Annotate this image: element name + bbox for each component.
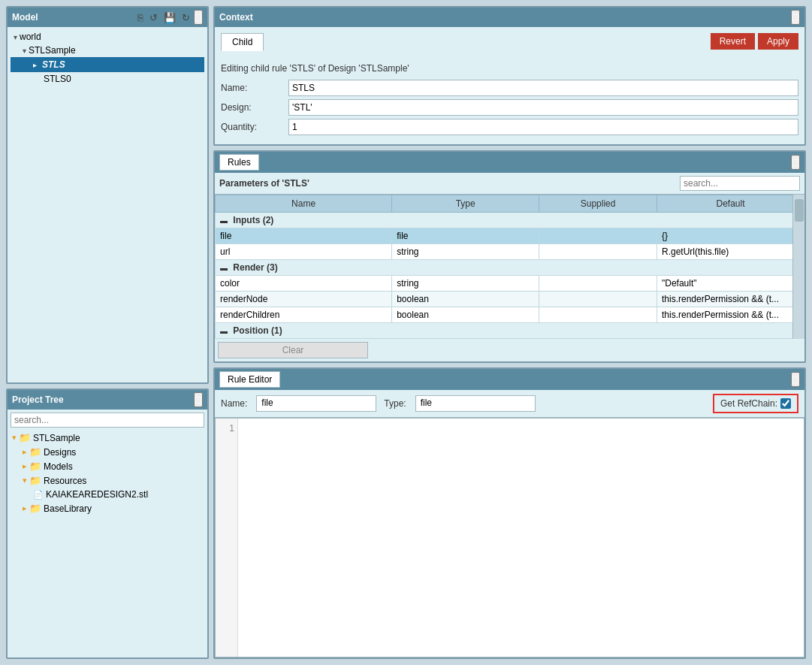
scrollbar[interactable] [792,195,804,339]
editing-label: Editing child rule 'STLS' of Design 'STL… [221,63,798,74]
design-row: Design: [221,99,798,116]
row-name: url [216,244,392,260]
get-refchain-container: Get RefChain: [713,394,798,413]
context-title: Context [219,12,253,23]
get-refchain-checkbox[interactable] [780,398,791,409]
row-supplied [539,228,657,244]
tree-label-stls0: STLS0 [44,74,71,84]
project-label-designs: Designs [44,447,76,458]
row-name: renderNode [216,292,392,307]
clear-button[interactable]: Clear [218,342,368,358]
project-tree-title: Project Tree [12,394,64,405]
row-name: color [216,276,392,292]
group-render[interactable]: ▬ Render (3) [216,260,804,276]
rule-editor-tab[interactable]: Rule Editor [219,371,280,388]
row-default: this.renderPermission && (t... [657,292,804,307]
project-item-baselibrary[interactable]: ▸ 📁 BaseLibrary [11,501,204,515]
col-supplied: Supplied [539,195,657,213]
project-label-models: Models [44,461,73,472]
row-supplied [539,276,657,292]
get-refchain-label: Get RefChain: [720,398,777,409]
design-label: Design: [221,102,288,113]
col-name: Name [216,195,392,213]
rules-tab[interactable]: Rules [219,154,259,171]
name-row: Name: [221,80,798,96]
col-default: Default [657,195,804,213]
parameters-title: Parameters of 'STLS' [219,178,309,189]
tree-label-stls: STLS [39,59,68,71]
line-number-1: 1 [219,423,234,434]
quantity-row: Quantity: [221,119,798,135]
rule-name-label: Name: [221,398,247,409]
project-tree-close[interactable]: □ [194,392,203,407]
model-panel-header: Model ⎘ ↺ 💾 ↻ □ [8,8,207,27]
project-item-resources[interactable]: ▾ 📁 Resources [11,473,204,488]
row-default: {} [657,228,804,244]
tree-item-stls[interactable]: ▸ STLS [11,57,204,72]
model-panel-close[interactable]: □ [194,10,203,25]
design-input[interactable] [288,99,798,116]
row-default: R.getUrl(this.file) [657,244,804,260]
row-type: string [392,244,539,260]
project-tree-header: Project Tree □ [8,390,207,410]
tree-item-stlsample[interactable]: ▾ STLSample [11,44,204,57]
tree-label-stlsample: STLSample [29,45,76,56]
row-default: this.renderPermission && (t... [657,307,804,323]
group-position[interactable]: ▬ Position (1) [216,323,804,339]
row-supplied [539,244,657,260]
model-panel-title: Model [12,12,38,23]
rule-editor-close[interactable]: □ [791,372,800,387]
project-item-kaiak[interactable]: 📄 KAIAKEAREDESIGN2.stl [11,488,204,501]
table-row[interactable]: renderChildren boolean this.renderPermis… [216,307,804,323]
quantity-input[interactable] [288,119,798,135]
row-type: boolean [392,307,539,323]
row-supplied [539,307,657,323]
row-default: "Default" [657,276,804,292]
save-toolbar-btn[interactable]: 💾 [161,10,178,25]
rules-close[interactable]: □ [791,155,800,170]
rule-type-label: Type: [384,398,406,409]
row-type: boolean [392,292,539,307]
row-type: string [392,276,539,292]
rules-search-input[interactable] [680,176,800,191]
table-row[interactable]: renderNode boolean this.renderPermission… [216,292,804,307]
refresh-toolbar-btn[interactable]: ↻ [180,10,192,25]
project-label-resources: Resources [44,476,86,486]
row-supplied [539,292,657,307]
name-label: Name: [221,83,288,93]
project-label-kaiak: KAIAKEAREDESIGN2.stl [46,489,148,500]
project-item-designs[interactable]: ▸ 📁 Designs [11,445,204,459]
rules-header: Rules □ [215,152,804,173]
tree-item-world[interactable]: ▾ world [11,30,204,44]
code-editor[interactable] [238,419,804,657]
name-input[interactable] [288,80,798,96]
col-type: Type [392,195,539,213]
table-row[interactable]: url string R.getUrl(this.file) [216,244,804,260]
tree-item-stls0[interactable]: STLS0 [11,72,204,86]
apply-button[interactable]: Apply [758,33,798,50]
project-label-baselibrary: BaseLibrary [44,503,92,514]
project-search-input[interactable] [11,413,204,428]
tree-label-world: world [20,32,41,42]
rule-editor-header: Rule Editor □ [215,369,804,390]
project-label-stlsample: STLSample [33,433,80,443]
table-row[interactable]: color string "Default" [216,276,804,292]
undo-toolbar-btn[interactable]: ↺ [147,10,160,25]
table-row[interactable]: file file {} [216,228,804,244]
child-tab[interactable]: Child [221,33,264,51]
row-type: file [392,228,539,244]
copy-toolbar-btn[interactable]: ⎘ [135,10,146,25]
context-close[interactable]: □ [791,10,800,25]
revert-button[interactable]: Revert [711,33,755,50]
project-item-models[interactable]: ▸ 📁 Models [11,459,204,473]
project-item-stlsample[interactable]: ▾ 📁 STLSample [11,431,204,445]
rule-type-value: file [415,395,536,412]
group-inputs[interactable]: ▬ Inputs (2) [216,213,804,228]
row-name: file [216,228,392,244]
rule-name-value: file [256,395,376,412]
line-numbers: 1 [216,419,238,657]
context-header: Context □ [215,8,804,27]
quantity-label: Quantity: [221,122,288,132]
row-name: renderChildren [216,307,392,323]
